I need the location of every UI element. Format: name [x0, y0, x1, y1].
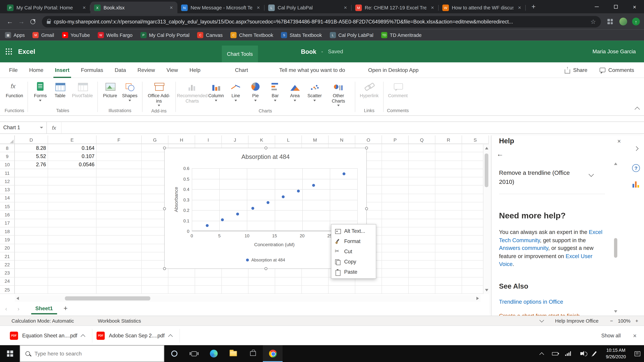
- context-menu-item[interactable]: Format: [332, 236, 376, 246]
- chart-point[interactable]: [343, 172, 346, 175]
- cell-D12[interactable]: [15, 177, 48, 186]
- volume-button[interactable]: [574, 345, 588, 362]
- document-name[interactable]: Book: [301, 48, 316, 55]
- chart-resize-handle[interactable]: [365, 146, 368, 149]
- cell-Q14[interactable]: [409, 194, 435, 202]
- ribbon-button[interactable]: Recommended Charts: [178, 80, 206, 106]
- start-button[interactable]: [0, 345, 20, 362]
- cell-D23[interactable]: [15, 269, 48, 277]
- ribbon-tab[interactable]: Insert: [49, 62, 75, 78]
- cell-E22[interactable]: [48, 261, 96, 269]
- cell-F18[interactable]: [96, 227, 142, 236]
- cell-Q20[interactable]: [409, 244, 435, 252]
- column-header-D[interactable]: D: [15, 135, 48, 144]
- cell-Q19[interactable]: [409, 236, 435, 244]
- cell-M24[interactable]: [302, 277, 328, 286]
- bookmark-item[interactable]: TD TD Ameritrade: [381, 32, 422, 38]
- ribbon-tab[interactable]: Help: [184, 62, 206, 78]
- cell-P19[interactable]: [382, 236, 409, 244]
- chart-point[interactable]: [297, 190, 300, 193]
- cell-R14[interactable]: [435, 194, 462, 202]
- x-axis-title[interactable]: Concentration (uM): [254, 242, 294, 247]
- file-explorer-button[interactable]: [224, 345, 243, 362]
- context-menu-item[interactable]: Paste: [332, 267, 376, 277]
- action-center-button[interactable]: [631, 345, 644, 362]
- extensions-icon[interactable]: [608, 19, 613, 24]
- row-header-11[interactable]: 11: [0, 169, 15, 177]
- cell-Q23[interactable]: [409, 269, 435, 277]
- column-header-M[interactable]: M: [302, 135, 328, 144]
- cell-R10[interactable]: [435, 161, 462, 169]
- cell-E18[interactable]: [48, 227, 96, 236]
- ribbon-button[interactable]: Hyperlink: [358, 80, 380, 101]
- cell-F23[interactable]: [96, 269, 142, 277]
- cell-J24[interactable]: [222, 277, 248, 286]
- cell-D20[interactable]: [15, 244, 48, 252]
- column-header-O[interactable]: O: [355, 135, 382, 144]
- cell-K23[interactable]: [248, 269, 275, 277]
- cell-P18[interactable]: [382, 227, 409, 236]
- taskbar-clock[interactable]: 10:15 AM 9/26/2020: [601, 347, 631, 360]
- cell-D18[interactable]: [15, 227, 48, 236]
- browser-tab[interactable]: N New Message - Microsoft Te ×: [178, 2, 264, 13]
- cell-R25[interactable]: [435, 286, 462, 294]
- download-options-chevron-icon[interactable]: [168, 334, 173, 339]
- chart-point[interactable]: [251, 207, 254, 210]
- cell-F14[interactable]: [96, 194, 142, 202]
- row-header-25[interactable]: 25: [0, 286, 15, 294]
- zoom-in-button[interactable]: +: [636, 318, 638, 324]
- cell-G23[interactable]: [142, 269, 168, 277]
- cell-P25[interactable]: [382, 286, 409, 294]
- ribbon-button[interactable]: PivotTable: [70, 80, 94, 101]
- bookmark-item[interactable]: ▦ Apps: [5, 32, 25, 38]
- cell-R17[interactable]: [435, 219, 462, 227]
- tab-close-icon[interactable]: ×: [342, 4, 349, 11]
- cell-P23[interactable]: [382, 269, 409, 277]
- cell-H24[interactable]: [168, 277, 195, 286]
- ribbon-button[interactable]: Shapes: [120, 80, 139, 101]
- bookmark-item[interactable]: C Canvas: [197, 32, 222, 38]
- cell-Q22[interactable]: [409, 261, 435, 269]
- name-box[interactable]: Chart 1: [0, 122, 47, 133]
- window-maximize-button[interactable]: [606, 0, 625, 13]
- ribbon-button[interactable]: Line: [226, 80, 245, 101]
- cell-E15[interactable]: [48, 202, 96, 211]
- cell-P14[interactable]: [382, 194, 409, 202]
- cell-P16[interactable]: [382, 211, 409, 219]
- cell-P12[interactable]: [382, 177, 409, 186]
- download-options-chevron-icon[interactable]: [81, 334, 85, 339]
- comments-button[interactable]: Comments: [600, 67, 634, 73]
- cell-F8[interactable]: [96, 144, 142, 152]
- cell-L24[interactable]: [275, 277, 302, 286]
- collapse-help-panel-icon[interactable]: [634, 146, 639, 151]
- row-header-10[interactable]: 10: [0, 161, 15, 169]
- chrome-update-icon[interactable]: ↑: [632, 17, 640, 25]
- help-close-icon[interactable]: ×: [617, 137, 621, 144]
- cell-M25[interactable]: [302, 286, 328, 294]
- row-header-16[interactable]: 16: [0, 211, 15, 219]
- row-header-12[interactable]: 12: [0, 177, 15, 186]
- column-header-H[interactable]: H: [168, 135, 195, 144]
- microsoft-store-button[interactable]: [243, 345, 263, 362]
- row-header-14[interactable]: 14: [0, 194, 15, 202]
- cell-R9[interactable]: [435, 152, 462, 161]
- cell-Q24[interactable]: [409, 277, 435, 286]
- user-name[interactable]: Maria Jose Garcia: [592, 48, 636, 55]
- cell-I24[interactable]: [195, 277, 222, 286]
- cell-F20[interactable]: [96, 244, 142, 252]
- browser-tab[interactable]: W How to attend the WF discus ×: [439, 2, 526, 13]
- cell-F13[interactable]: [96, 186, 142, 194]
- cell-Q21[interactable]: [409, 252, 435, 261]
- cell-E23[interactable]: [48, 269, 96, 277]
- column-header-R[interactable]: R: [435, 135, 462, 144]
- cell-E10[interactable]: 0.0546: [48, 161, 96, 169]
- browser-tab[interactable]: M Re: CHEM 127-19 Excel Trenc ×: [352, 2, 438, 13]
- help-improve-office[interactable]: Help Improve Office: [555, 318, 598, 324]
- sheet-nav-next-icon[interactable]: ›: [12, 305, 24, 312]
- chart-point[interactable]: [266, 201, 269, 204]
- task-view-button[interactable]: [184, 345, 204, 362]
- tab-close-icon[interactable]: ×: [81, 4, 88, 11]
- ribbon-button[interactable]: Function: [4, 80, 25, 101]
- chevron-down-icon[interactable]: [589, 172, 594, 177]
- row-header-24[interactable]: 24: [0, 277, 15, 286]
